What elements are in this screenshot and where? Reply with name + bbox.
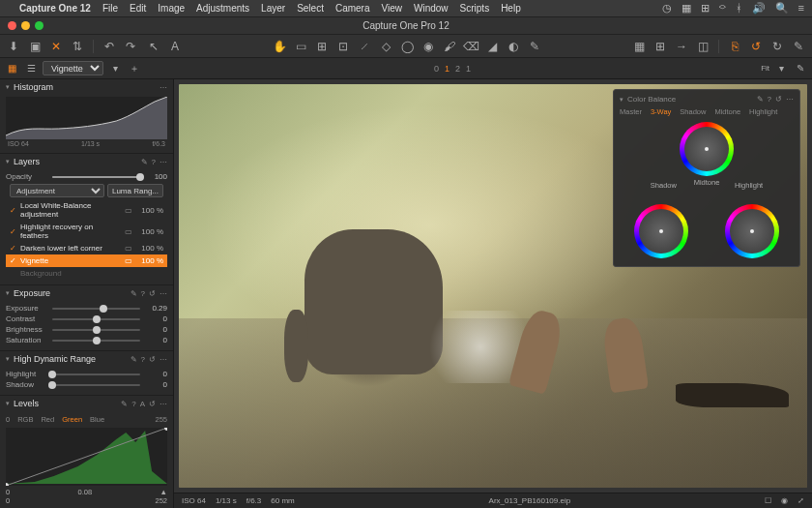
- import-icon[interactable]: ⬇: [6, 39, 21, 54]
- layer-item[interactable]: ✓Local White-Balance adjustment▭100 %: [6, 199, 167, 221]
- panel-help-icon[interactable]: ?: [768, 95, 771, 104]
- cb-tab-shadow[interactable]: Shadow: [680, 107, 706, 116]
- cb-tab-master[interactable]: Master: [620, 107, 642, 116]
- auto-icon[interactable]: A: [140, 400, 145, 408]
- brush-tool-icon[interactable]: 🖌: [442, 39, 457, 54]
- layer-type-select[interactable]: Adjustment: [10, 184, 104, 197]
- levels-ch-green[interactable]: Green: [62, 415, 82, 424]
- menu-layer[interactable]: Layer: [261, 3, 285, 14]
- panel-reset-icon[interactable]: ↺: [149, 289, 156, 298]
- panel-help-icon[interactable]: ?: [141, 355, 145, 364]
- checkmark-icon[interactable]: ✓: [10, 256, 16, 265]
- collapse-icon[interactable]: ▾: [6, 355, 10, 363]
- layer-item-background[interactable]: ✓Background: [6, 267, 167, 280]
- pencil-icon[interactable]: ✎: [793, 61, 808, 76]
- checkmark-icon[interactable]: ✓: [10, 227, 16, 236]
- panel-help-icon[interactable]: ?: [152, 158, 156, 166]
- tag-icon[interactable]: ◉: [781, 496, 788, 505]
- menu-scripts[interactable]: Scripts: [460, 3, 490, 14]
- panel-menu-icon[interactable]: ⋯: [786, 95, 794, 104]
- grid-view-icon[interactable]: ⊞: [652, 39, 668, 54]
- wifi-icon[interactable]: ⌔: [719, 2, 726, 15]
- panel-menu-icon[interactable]: ⋯: [160, 83, 167, 92]
- opacity-slider[interactable]: [52, 176, 140, 178]
- crosshair-icon[interactable]: ✕: [48, 39, 64, 54]
- gradient-tool-icon[interactable]: ◢: [484, 39, 500, 54]
- levels-ch-red[interactable]: Red: [41, 415, 54, 424]
- exposure-slider[interactable]: [52, 308, 140, 310]
- crop-tool-icon[interactable]: ⊡: [335, 39, 351, 54]
- shadow-wheel[interactable]: [634, 204, 688, 258]
- rating-box-icon[interactable]: ☐: [765, 496, 771, 505]
- panel-menu-icon[interactable]: ⋯: [160, 289, 167, 298]
- collapse-icon[interactable]: ▾: [6, 400, 10, 407]
- keystone-icon[interactable]: ◇: [378, 39, 393, 54]
- brush-icon[interactable]: ✎: [141, 158, 148, 166]
- layer-count-3[interactable]: 1: [466, 64, 471, 74]
- highlight-wheel[interactable]: [725, 204, 779, 258]
- panel-reset-icon[interactable]: ↺: [149, 355, 156, 364]
- menu-adjustments[interactable]: Adjustments: [196, 3, 249, 14]
- collapse-icon[interactable]: ▾: [620, 96, 624, 104]
- menu-help[interactable]: Help: [501, 3, 521, 14]
- panel-menu-icon[interactable]: ⋯: [160, 355, 167, 364]
- pointer-tool-icon[interactable]: ▭: [293, 39, 308, 54]
- menu-select[interactable]: Select: [297, 3, 324, 14]
- layer-selector[interactable]: Vignette: [43, 61, 103, 75]
- menu-icon[interactable]: ≡: [798, 2, 804, 15]
- close-window-button[interactable]: [8, 21, 16, 30]
- menu-edit[interactable]: Edit: [130, 3, 146, 14]
- clock-icon[interactable]: ◷: [662, 2, 672, 15]
- layer-item[interactable]: ✓Highlight recovery on feathers▭100 %: [6, 221, 167, 242]
- straighten-icon[interactable]: ⟋: [357, 39, 372, 54]
- shadow-slider[interactable]: [52, 384, 140, 386]
- brush-icon[interactable]: ✎: [757, 95, 764, 104]
- collapse-icon[interactable]: ▾: [6, 158, 10, 165]
- menu-view[interactable]: View: [382, 3, 403, 14]
- menu-image[interactable]: Image: [158, 3, 185, 14]
- grid-icon[interactable]: ⊞: [701, 2, 710, 15]
- brush-icon[interactable]: ✎: [121, 400, 128, 408]
- tools-sidebar[interactable]: ▾ Histogram ⋯ ISO 64 1/13 s f/6.3: [0, 79, 174, 508]
- grid-tool-icon[interactable]: ⊞: [314, 39, 330, 54]
- panel-title[interactable]: Exposure: [14, 288, 127, 298]
- add-layer-icon[interactable]: ＋: [127, 61, 142, 76]
- panel-help-icon[interactable]: ?: [131, 400, 135, 408]
- cb-tab-3way[interactable]: 3-Way: [651, 107, 671, 116]
- highlight-slider[interactable]: [52, 374, 140, 375]
- search-icon[interactable]: 🔍: [775, 2, 789, 15]
- panel-title[interactable]: Histogram: [14, 82, 156, 92]
- minimize-window-button[interactable]: [21, 21, 30, 30]
- cursor-icon[interactable]: ↖: [146, 39, 161, 54]
- levels-ch-rgb[interactable]: RGB: [17, 415, 33, 424]
- midtone-wheel[interactable]: [680, 122, 734, 176]
- camera-icon[interactable]: ▣: [27, 39, 43, 54]
- panel-menu-icon[interactable]: ⋯: [160, 400, 167, 408]
- calendar-icon[interactable]: ▦: [682, 2, 691, 15]
- levels-histogram[interactable]: [6, 428, 167, 486]
- compare-icon[interactable]: ◫: [695, 39, 710, 54]
- panel-reset-icon[interactable]: ↺: [775, 95, 782, 104]
- layer-item-selected[interactable]: ✓Vignette▭100 %: [6, 254, 167, 267]
- zoom-window-button[interactable]: [35, 21, 44, 30]
- circle-tool-icon[interactable]: ◉: [420, 39, 436, 54]
- levels-ch-0[interactable]: 0: [6, 415, 10, 424]
- collapse-icon[interactable]: ▾: [6, 83, 10, 91]
- checkmark-icon[interactable]: ✓: [10, 206, 16, 215]
- erase-tool-icon[interactable]: ⌫: [463, 39, 478, 54]
- layer-count-1[interactable]: 1: [445, 64, 450, 74]
- volume-icon[interactable]: 🔊: [752, 2, 766, 15]
- color-balance-panel[interactable]: ▾ Color Balance ✎ ? ↺ ⋯ Master 3-Way Sha…: [613, 89, 800, 267]
- app-menu[interactable]: Capture One 12: [19, 3, 91, 14]
- saturation-slider[interactable]: [52, 340, 140, 342]
- menu-file[interactable]: File: [102, 3, 118, 14]
- panel-reset-icon[interactable]: ↺: [149, 400, 156, 408]
- contrast-slider[interactable]: [52, 318, 140, 320]
- adjust-levels-icon[interactable]: ✎: [791, 39, 806, 54]
- cb-tab-midtone[interactable]: Midtone: [714, 107, 740, 116]
- thumbnail-mode-icon[interactable]: ▦: [4, 61, 19, 76]
- canvas[interactable]: ▾ Color Balance ✎ ? ↺ ⋯ Master 3-Way Sha…: [174, 79, 812, 493]
- arrow-view-icon[interactable]: →: [674, 39, 689, 54]
- copy-adjust-icon[interactable]: ⎘: [727, 39, 742, 54]
- bluetooth-icon[interactable]: ᚼ: [736, 2, 742, 15]
